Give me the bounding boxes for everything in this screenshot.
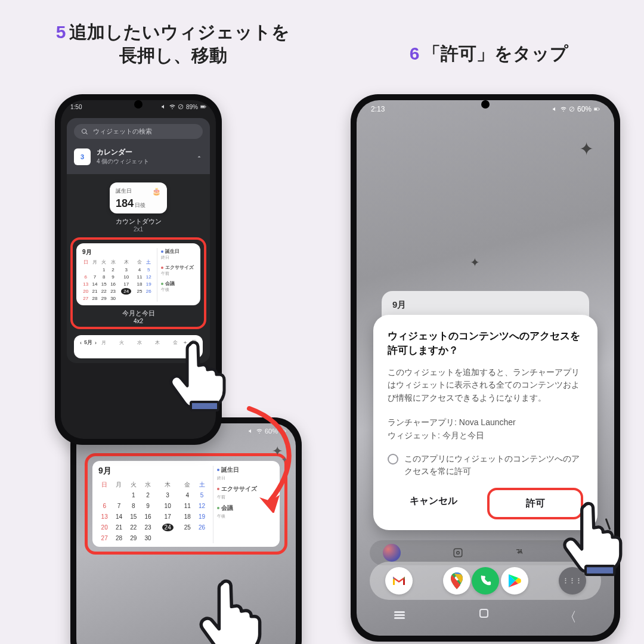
- camera-cutout: [134, 100, 143, 109]
- permission-dialog: ウィジェットのコンテンツへのアクセスを許可しますか？ このウィジェットを追加する…: [373, 315, 597, 530]
- widget-timeline[interactable]: ‹5月› 月火水木金 ＋▢: [74, 335, 203, 358]
- svg-point-16: [584, 549, 586, 551]
- battery-icon: [200, 104, 206, 110]
- nav-back-icon[interactable]: 〈: [564, 608, 577, 626]
- svg-rect-3: [201, 106, 205, 108]
- battery-icon: [594, 106, 600, 112]
- camera-cutout: [481, 100, 490, 109]
- svg-line-9: [570, 107, 574, 111]
- allow-button[interactable]: 許可: [487, 488, 583, 519]
- calendar-app-icon: 3: [74, 148, 91, 165]
- status-time: 2:13: [371, 105, 385, 113]
- app-name: カレンダー: [97, 147, 149, 157]
- step6-number: 6: [410, 44, 420, 63]
- step6-title: 6「許可」をタップ: [361, 42, 617, 65]
- status-battery: 60%: [577, 105, 592, 113]
- svg-line-1: [179, 105, 182, 109]
- step5-number: 5: [56, 22, 66, 42]
- svg-point-15: [579, 552, 581, 553]
- svg-rect-4: [206, 106, 206, 107]
- sparkle-small-icon: ✦: [470, 255, 480, 270]
- phone-permission: 2:13 60% ✦ ✦ 9月 ウィジェットのコンテンツへのアクセスを許可します…: [351, 94, 620, 642]
- dock-gmail-icon[interactable]: [385, 567, 413, 595]
- app-widget-count: 4 個のウィジェット: [97, 157, 149, 166]
- widget-monthly-highlight[interactable]: 9月日月火水木金土1234567891011121314151617181920…: [70, 237, 206, 329]
- dock: ⋮⋮⋮: [370, 562, 601, 600]
- widget-search[interactable]: ウィジェットの検索: [74, 124, 203, 139]
- svg-rect-13: [454, 549, 462, 557]
- nodata-icon: [178, 104, 184, 110]
- svg-rect-12: [599, 109, 600, 110]
- step5-title: 5追加したいウィジェットを 長押し、移動: [24, 20, 322, 67]
- dock-samsung-icon[interactable]: ⋮⋮⋮: [559, 567, 586, 595]
- svg-point-14: [456, 552, 459, 555]
- dialog-title: ウィジェットのコンテンツへのアクセスを許可しますか？: [388, 329, 583, 358]
- share-icon[interactable]: [577, 547, 588, 558]
- dialog-body: このウィジェットを追加すると、ランチャーアプリはウィジェットに表示される全てのコ…: [388, 366, 583, 405]
- drag-arrow-icon: [237, 405, 309, 513]
- checkbox-icon: [388, 454, 398, 465]
- avatar-icon: [383, 544, 401, 562]
- dialog-meta: ランチャーアプリ: Nova Launcher ウィジェット: 今月と今日: [388, 416, 583, 442]
- search-icon: [81, 128, 88, 135]
- chevron-up-icon: [196, 153, 203, 160]
- nav-bar: 〈: [357, 608, 614, 626]
- widget-countdown[interactable]: 誕生日🎂 184日後 カウントダウン 2x1: [67, 182, 210, 233]
- status-time: 1:50: [70, 104, 82, 110]
- plus-icon: ＋: [182, 339, 188, 346]
- phone-widget-picker: 1:50 89% ウィジェットの検索 3 カレンダー 4 個のウィジェット: [55, 94, 222, 445]
- wifi-icon: [169, 104, 175, 110]
- lens-icon[interactable]: [453, 547, 463, 558]
- svg-rect-11: [595, 109, 597, 110]
- mute-icon: [161, 104, 167, 110]
- chevron-left-icon: ‹: [80, 340, 82, 346]
- cake-icon: 🎂: [152, 187, 161, 196]
- today-icon: ▢: [191, 339, 197, 346]
- translate-icon[interactable]: [515, 547, 525, 558]
- nodata-icon: [569, 106, 575, 112]
- cancel-button[interactable]: キャンセル: [388, 488, 479, 519]
- search-placeholder: ウィジェットの検索: [93, 127, 152, 136]
- sparkle-icon: ✦: [579, 138, 594, 159]
- app-header-calendar[interactable]: 3 カレンダー 4 個のウィジェット: [74, 147, 203, 166]
- dock-maps-icon[interactable]: [443, 567, 470, 595]
- wifi-icon: [561, 106, 566, 112]
- dock-phone-icon[interactable]: [472, 567, 499, 595]
- nav-recent-icon[interactable]: [394, 608, 405, 626]
- dock-play-icon[interactable]: [501, 567, 528, 595]
- mute-icon: [552, 106, 558, 112]
- calendar-widget-preview: 9月日月火水木金土1234567891011121314151617181920…: [76, 243, 200, 305]
- chevron-right-icon: ›: [95, 340, 97, 346]
- svg-point-17: [584, 555, 586, 556]
- nav-home-icon[interactable]: [479, 608, 488, 626]
- always-allow-checkbox[interactable]: このアプリにウィジェットのコンテンツへのアクセスを常に許可: [388, 453, 583, 477]
- status-battery: 89%: [186, 104, 198, 110]
